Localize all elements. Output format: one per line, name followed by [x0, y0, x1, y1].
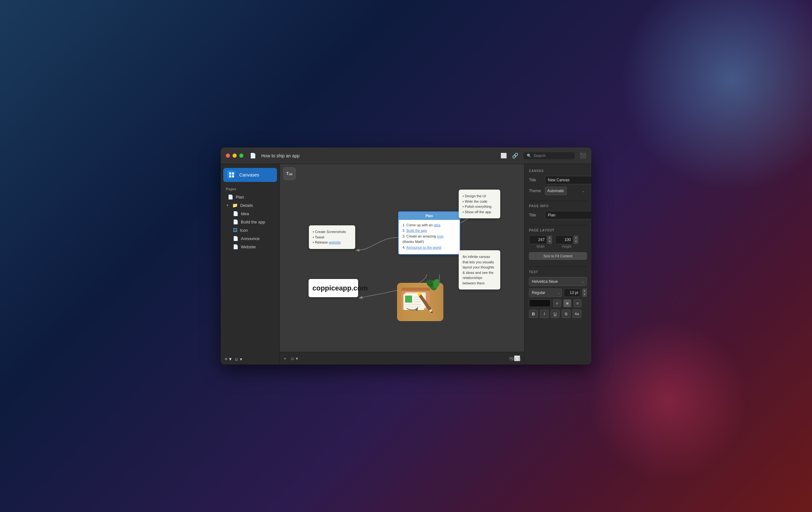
link-icon[interactable]: 🔗 [512, 153, 518, 159]
sidebar-item-announce[interactable]: 📄 Announce [228, 234, 278, 243]
screen-share-icon[interactable]: ⬜ [500, 153, 507, 159]
node-description[interactable]: An infinite canvas that lets you visuall… [459, 250, 500, 290]
node-app-icon[interactable] [392, 273, 441, 331]
canvas-area[interactable]: T⌨ [280, 164, 524, 364]
folder-children-details: 📄 Idea 📄 Build the app 🖼 Icon 📄 Announce… [221, 209, 280, 251]
document-icon: 📄 [250, 153, 256, 159]
zoom-stepper-icon: ⇅ [518, 357, 521, 361]
zoom-level[interactable]: 75% ⇅ [509, 357, 521, 361]
canvas-theme-select[interactable]: Automatic Light Dark [545, 187, 567, 195]
font-select-wrapper: Helvetica Neue [529, 277, 587, 286]
chevron-down-icon: ▼ [226, 204, 229, 207]
sidebar-item-plan[interactable]: 📄 Plan [223, 193, 278, 201]
page-info-section-title: PAGE INFO [529, 204, 587, 208]
canvas-theme-select-wrapper: Automatic Light Dark [545, 187, 587, 195]
align-right-button[interactable]: ≡ [574, 299, 581, 307]
text-color-swatch[interactable] [529, 299, 551, 307]
canvas-bottom-bar: + ☺ ▾ ⬜ 75% ⇅ [280, 352, 524, 364]
titlebar: 📄 How to ship an app ⬜ 🔗 🔍 Search ⬛ [221, 148, 591, 164]
node-website[interactable]: coppiceapp.com [309, 279, 358, 297]
search-placeholder: Search [533, 154, 546, 158]
search-icon: 🔍 [527, 154, 531, 158]
height-input[interactable] [555, 235, 573, 244]
icon-link[interactable]: icon [437, 234, 443, 238]
height-label: Height [562, 245, 572, 248]
fullscreen-button[interactable] [239, 154, 243, 158]
sidebar-item-label-announce: Announce [241, 236, 260, 241]
height-decrement[interactable]: ▼ [574, 240, 578, 244]
canvases-button[interactable]: Canvases [223, 168, 277, 182]
font-size-decrement[interactable]: ▼ [582, 293, 587, 297]
sidebar-item-label-plan: Plan [236, 195, 244, 200]
emoji-button[interactable]: ☺ ▾ [234, 357, 242, 362]
size-to-fit-button[interactable]: Size to Fit Content [529, 252, 587, 260]
bold-button[interactable]: B [529, 310, 538, 318]
idea-link[interactable]: idea [434, 223, 440, 227]
build-app-link[interactable]: Build the app [406, 229, 427, 232]
sidebar-item-label-icon: Icon [240, 228, 248, 233]
divider-1 [529, 201, 587, 201]
canvas-title-label: Title [529, 178, 542, 182]
doc-icon-website: 📄 [233, 244, 238, 249]
font-size-increment[interactable]: ▲ [582, 289, 587, 293]
font-size-input[interactable] [564, 289, 580, 297]
window-title: How to ship an app [261, 153, 500, 158]
font-select[interactable]: Helvetica Neue [529, 277, 587, 286]
doc-icon-build-app: 📄 [233, 219, 238, 224]
canvas-theme-label: Theme [529, 189, 542, 193]
text-tool-button[interactable]: T⌨ [283, 167, 296, 180]
close-button[interactable] [226, 154, 230, 158]
divider-3 [529, 266, 587, 267]
sidebar-toggle-icon[interactable]: ⬛ [580, 153, 586, 159]
height-increment[interactable]: ▲ [574, 236, 578, 240]
add-canvas-button[interactable]: + [284, 356, 286, 361]
canvases-label: Canvases [239, 172, 259, 178]
underline-button[interactable]: U [551, 310, 560, 318]
sidebar-bottom: + ▾ ☺ ▾ [221, 353, 280, 364]
sidebar-item-details[interactable]: ▼ 📁 Details [221, 201, 280, 209]
sidebar-item-build-app[interactable]: 📄 Build the app [228, 218, 278, 226]
doc-icon-plan: 📄 [228, 194, 233, 200]
svg-rect-1 [232, 172, 234, 175]
app-icon-svg [396, 276, 445, 326]
aa-button[interactable]: Aa [573, 310, 581, 318]
minimize-button[interactable] [233, 154, 237, 158]
plan-list-items: 1. Come up with an idea 2. Build the app… [403, 222, 456, 250]
folder-icon-details: 📁 [232, 203, 238, 208]
zoom-value: 75% [509, 357, 517, 361]
height-stepper: ▲ ▼ [574, 236, 578, 244]
right-panel: CANVAS Title Theme Automatic Light Dark … [524, 164, 591, 364]
page-title-label: Title [529, 213, 542, 217]
page-title-input[interactable] [545, 211, 591, 219]
main-area: Canvases Pages 📄 Plan ▼ 📁 Details 📄 Idea [221, 164, 591, 364]
sidebar-item-idea[interactable]: 📄 Idea [228, 209, 278, 218]
plan-list-header: Plan [399, 212, 460, 220]
font-style-select[interactable]: Regular [529, 289, 562, 297]
node-design[interactable]: • Design the UI• Write the code• Polish … [459, 190, 500, 218]
search-bar[interactable]: 🔍 Search [524, 152, 575, 159]
doc-icon-idea: 📄 [233, 211, 238, 216]
italic-button[interactable]: I [540, 310, 549, 318]
website-link[interactable]: website [329, 240, 341, 244]
strikethrough-button[interactable]: S [561, 310, 571, 318]
width-group: ▲ ▼ Width [529, 235, 552, 248]
width-decrement[interactable]: ▼ [548, 240, 552, 244]
canvas-title-row: Title [529, 176, 587, 184]
canvas-section-title: CANVAS [529, 169, 587, 173]
canvas-title-input[interactable] [545, 176, 591, 184]
width-input[interactable] [529, 235, 547, 244]
align-left-button[interactable]: ≡ [553, 299, 561, 307]
font-size-stepper: ▲ ▼ [582, 289, 587, 297]
width-increment[interactable]: ▲ [548, 236, 552, 240]
sidebar-item-label-details: Details [240, 203, 253, 208]
node-plan-list[interactable]: Plan 1. Come up with an idea 2. Build th… [398, 211, 460, 255]
width-stepper: ▲ ▼ [548, 236, 552, 244]
node-announce[interactable]: • Create Screenshots• Tweet• Release web… [309, 225, 355, 249]
emoji-canvas-button[interactable]: ☺ ▾ [290, 356, 298, 361]
sidebar-item-website[interactable]: 📄 Website [228, 243, 278, 251]
add-page-button[interactable]: + ▾ [225, 356, 232, 362]
announce-link[interactable]: Announce to the world [406, 245, 441, 249]
align-center-button[interactable]: ≡ [563, 299, 571, 307]
app-window: 📄 How to ship an app ⬜ 🔗 🔍 Search ⬛ [221, 148, 591, 364]
sidebar-item-icon[interactable]: 🖼 Icon [228, 226, 278, 234]
